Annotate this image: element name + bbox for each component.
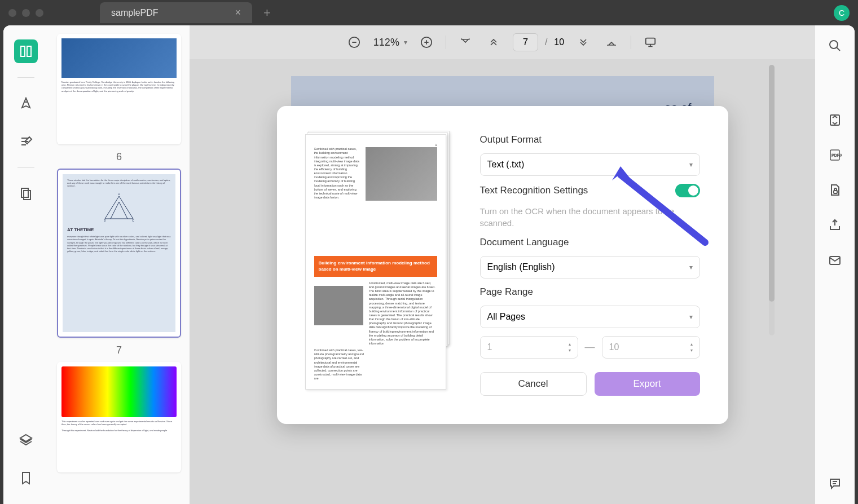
- svg-rect-0: [21, 46, 25, 56]
- share-icon[interactable]: [826, 216, 844, 234]
- main-area: Newton graduated from Trinity College, C…: [3, 25, 855, 504]
- svg-rect-3: [24, 191, 30, 200]
- stepper-up-icon[interactable]: ▴: [690, 342, 693, 347]
- export-form: Output Format Text (.txt) Text Recogniti…: [480, 134, 700, 396]
- left-toolbar: [3, 25, 49, 504]
- layers-icon[interactable]: [14, 428, 38, 452]
- language-select[interactable]: English (English): [480, 256, 700, 278]
- view-mode-icon[interactable]: [14, 39, 38, 63]
- svg-rect-2: [21, 188, 28, 197]
- cancel-button[interactable]: Cancel: [480, 372, 587, 396]
- svg-text:B: B: [104, 219, 106, 222]
- thumbnail-num-6: 6: [57, 151, 181, 163]
- thumbnail-page-6[interactable]: Newton graduated from Trinity College, C…: [57, 34, 181, 144]
- content-area: 112% ▾ / 10: [190, 25, 815, 504]
- comment-icon[interactable]: [826, 475, 844, 493]
- maximize-window-button[interactable]: [36, 9, 43, 17]
- email-icon[interactable]: [826, 251, 844, 269]
- ocr-hint: Turn on the OCR when the document appear…: [480, 205, 700, 229]
- svg-text:PDF/A: PDF/A: [831, 153, 842, 157]
- window-controls: [8, 9, 43, 17]
- tab-title: samplePDF: [111, 8, 159, 18]
- thumbnail-num-7: 7: [57, 344, 181, 356]
- convert-icon[interactable]: [826, 111, 844, 129]
- stepper-up-icon[interactable]: ▴: [569, 342, 571, 347]
- export-dialog: 1 Combined with practical cases, the bui…: [277, 106, 728, 424]
- svg-rect-25: [834, 191, 837, 193]
- thumbnail-panel[interactable]: Newton graduated from Trinity College, C…: [49, 25, 190, 504]
- page-range-label: Page Range: [480, 286, 700, 298]
- svg-line-21: [837, 47, 840, 51]
- bookmark-icon[interactable]: [14, 466, 38, 490]
- language-label: Document Language: [480, 237, 700, 248]
- output-format-select[interactable]: Text (.txt): [480, 153, 700, 176]
- range-start-input[interactable]: 1 ▴▾: [480, 336, 578, 359]
- titlebar: samplePDF × + C: [0, 0, 858, 25]
- close-window-button[interactable]: [8, 9, 16, 17]
- svg-text:C: C: [132, 219, 134, 222]
- svg-rect-1: [27, 46, 31, 56]
- highlighter-icon[interactable]: [14, 92, 38, 116]
- export-preview: 1 Combined with practical cases, the bui…: [305, 134, 452, 396]
- document-tab[interactable]: samplePDF ×: [100, 2, 252, 23]
- range-end-input[interactable]: 10 ▴▾: [602, 336, 700, 359]
- right-toolbar: PDF/A: [815, 25, 855, 504]
- pages-icon[interactable]: [14, 182, 38, 206]
- page-range-select[interactable]: All Pages: [480, 306, 700, 328]
- export-button[interactable]: Export: [595, 372, 700, 396]
- ocr-toggle[interactable]: [675, 184, 700, 197]
- svg-point-20: [830, 41, 838, 48]
- lock-file-icon[interactable]: [826, 181, 844, 199]
- minimize-window-button[interactable]: [22, 9, 30, 17]
- svg-text:A: A: [118, 193, 120, 196]
- new-tab-button[interactable]: +: [263, 6, 271, 20]
- thumbnail-page-7[interactable]: These studies laid the foundation for th…: [57, 169, 181, 338]
- modal-overlay: 1 Combined with practical cases, the bui…: [190, 25, 815, 504]
- stepper-down-icon[interactable]: ▾: [569, 348, 571, 353]
- pdfa-icon[interactable]: PDF/A: [826, 146, 844, 164]
- tab-close-icon[interactable]: ×: [235, 7, 241, 19]
- stepper-down-icon[interactable]: ▾: [690, 348, 693, 353]
- search-icon[interactable]: [826, 37, 844, 55]
- edit-text-icon[interactable]: [14, 130, 38, 153]
- thumbnail-page-8[interactable]: This experiment can be repeated over and…: [57, 362, 181, 472]
- ocr-label: Text Recognition Settings: [480, 185, 588, 196]
- output-format-label: Output Format: [480, 134, 700, 145]
- user-avatar[interactable]: C: [834, 5, 850, 21]
